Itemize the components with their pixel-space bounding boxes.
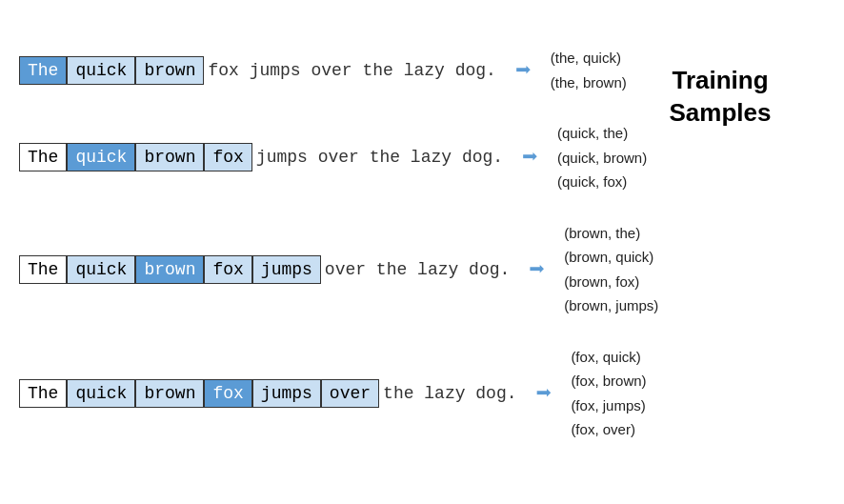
word-the: The [19, 379, 67, 408]
sample-item: (fox, over) [571, 417, 646, 442]
word-brown: brown [135, 143, 204, 171]
sample-item: (quick, brown) [557, 146, 647, 171]
arrow-icon: ➡ [515, 54, 532, 87]
main-container: TrainingSamples Thequickbrown fox jumps … [19, 46, 825, 442]
text-block: Thequickbrownfoxjumpsover the lazy dog. [19, 379, 517, 408]
training-samples: (the, quick)(the, brown) [551, 46, 627, 94]
text-block: Thequickbrownfoxjumps over the lazy dog. [19, 255, 510, 284]
row-row-brown: Thequickbrownfoxjumps over the lazy dog.… [19, 221, 825, 318]
word-quick: quick [67, 56, 135, 85]
word-fox: fox [204, 255, 251, 284]
sample-item: (fox, jumps) [571, 393, 646, 418]
sample-item: (the, quick) [551, 46, 627, 71]
sample-item: (quick, the) [557, 121, 647, 146]
training-samples: (fox, quick)(fox, brown)(fox, jumps)(fox… [571, 345, 646, 442]
word-fox: fox [204, 379, 251, 408]
row-row-quick: Thequickbrownfox jumps over the lazy dog… [19, 121, 825, 194]
rest-text: jumps over the lazy dog. [256, 148, 503, 167]
sample-item: (brown, fox) [564, 270, 658, 294]
word-fox: fox [204, 143, 251, 171]
sample-item: (the, brown) [551, 71, 627, 95]
word-jumps: jumps [252, 255, 321, 284]
arrow-icon: ➡ [536, 377, 553, 410]
sample-item: (quick, fox) [557, 170, 647, 194]
word-the: The [19, 255, 67, 284]
word-quick: quick [67, 143, 135, 171]
word-brown: brown [135, 379, 204, 408]
sample-item: (brown, jumps) [564, 293, 658, 318]
word-brown: brown [135, 56, 204, 85]
row-row-fox: Thequickbrownfoxjumpsover the lazy dog.➡… [19, 345, 825, 442]
word-the: The [19, 56, 67, 85]
rest-text: the lazy dog. [383, 384, 516, 403]
word-quick: quick [67, 379, 135, 408]
text-block: Thequickbrownfox jumps over the lazy dog… [19, 143, 503, 171]
word-the: The [19, 143, 67, 171]
sample-item: (brown, quick) [564, 245, 658, 270]
training-samples: (brown, the)(brown, quick)(brown, fox)(b… [564, 221, 658, 318]
rest-text: fox jumps over the lazy dog. [208, 61, 495, 80]
sample-item: (fox, quick) [571, 345, 646, 370]
word-over: over [321, 379, 379, 408]
rest-text: over the lazy dog. [325, 260, 510, 279]
arrow-icon: ➡ [529, 253, 545, 286]
sample-item: (fox, brown) [571, 369, 646, 393]
sample-item: (brown, the) [564, 221, 658, 246]
arrow-icon: ➡ [522, 141, 538, 173]
word-quick: quick [67, 255, 135, 284]
word-brown: brown [135, 255, 204, 284]
training-title: TrainingSamples [644, 65, 796, 130]
training-samples: (quick, the)(quick, brown)(quick, fox) [557, 121, 647, 194]
word-jumps: jumps [252, 379, 321, 408]
text-block: Thequickbrown fox jumps over the lazy do… [19, 56, 496, 85]
